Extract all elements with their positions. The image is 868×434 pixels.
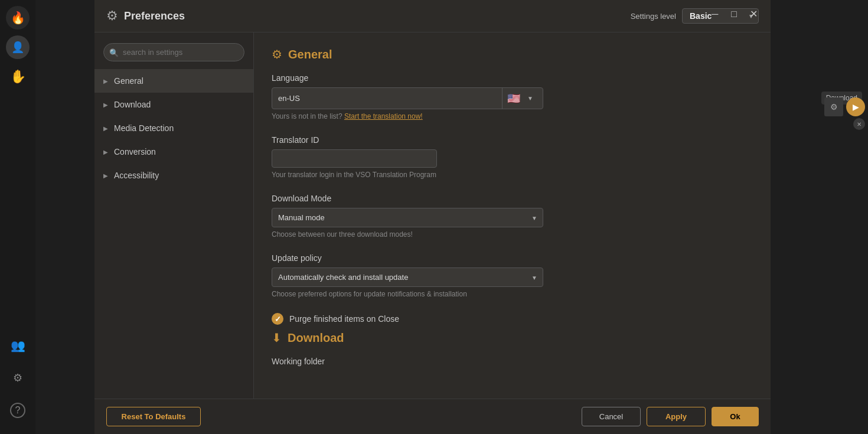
right-panel: Download ⚙ ▶ ✕ <box>771 0 868 434</box>
language-label: Language <box>272 73 753 83</box>
translator-id-input[interactable] <box>272 149 437 168</box>
download-mode-field-group: Download Mode Manual mode Automatic mode… <box>272 194 753 239</box>
sidebar-icon-user[interactable]: 👤 <box>6 35 30 59</box>
nav-item-accessibility[interactable]: ▶ Accessibility <box>94 164 253 187</box>
nav-arrow-general: ▶ <box>103 78 108 84</box>
right-icon-close-small[interactable]: ✕ <box>853 118 865 130</box>
nav-label-media-detection: Media Detection <box>114 123 174 133</box>
translator-id-label: Translator ID <box>272 135 753 145</box>
purge-checkbox-row: Purge finished items on Close <box>272 313 753 325</box>
flag-icon: 🇺🇸 ▼ <box>502 88 543 109</box>
search-input[interactable] <box>103 43 244 61</box>
sidebar-icon-group[interactable]: 👥 <box>6 334 30 357</box>
general-section-header: ⚙ General <box>272 47 753 61</box>
language-select-inner: en-US 🇺🇸 ▼ <box>272 87 543 109</box>
general-section-icon: ⚙ <box>272 47 282 61</box>
flag-emoji: 🇺🇸 <box>507 92 520 105</box>
nav-item-general[interactable]: ▶ General <box>94 69 253 93</box>
right-icon-play[interactable]: ▶ <box>846 97 865 116</box>
download-mode-hint: Choose between our three download modes! <box>272 230 753 239</box>
cancel-button[interactable]: Cancel <box>582 407 641 426</box>
download-mode-select[interactable]: Manual mode Automatic mode Semi-automati… <box>272 208 543 227</box>
purge-checkbox-label: Purge finished items on Close <box>289 314 399 324</box>
working-folder-field-group: Working folder <box>272 357 753 366</box>
language-field-group: Language en-US 🇺🇸 ▼ Yours is not in the … <box>272 73 753 120</box>
modal-title: Preferences <box>124 10 185 22</box>
preferences-gear-icon: ⚙ <box>106 8 118 24</box>
nav-label-conversion: Conversion <box>114 147 156 156</box>
nav-label-accessibility: Accessibility <box>114 171 159 180</box>
translator-id-hint: Your translator login in the VSO Transla… <box>272 171 753 179</box>
language-value: en-US <box>272 89 502 107</box>
translator-id-field-group: Translator ID Your translator login in t… <box>272 135 753 179</box>
language-hint: Yours is not in the list? Start the tran… <box>272 112 753 120</box>
app-background: 🔥 👤 ✋ 👥 ⚙ ? Download <box>0 0 868 434</box>
modal-header: ⚙ Preferences Settings level Basic Advan… <box>94 0 771 32</box>
footer-right-buttons: Cancel Apply Ok <box>582 407 759 426</box>
nav-label-download: Download <box>114 100 151 109</box>
update-policy-select[interactable]: Automatically check and install update C… <box>272 267 543 287</box>
working-folder-label: Working folder <box>272 357 753 366</box>
window-controls: ─ □ ✕ <box>710 7 759 21</box>
search-icon: 🔍 <box>109 48 119 57</box>
modal-footer: Reset To Defaults Cancel Apply Ok <box>94 399 771 434</box>
settings-level-label: Settings level <box>631 12 676 21</box>
download-section-title: Download <box>288 331 344 345</box>
language-select-wrapper: en-US 🇺🇸 ▼ <box>272 87 543 109</box>
ok-button[interactable]: Ok <box>712 407 759 426</box>
download-section-header: ⬇ Download <box>272 331 753 345</box>
preferences-modal: ⚙ Preferences Settings level Basic Advan… <box>94 0 771 434</box>
nav-label-general: General <box>114 76 143 86</box>
nav-arrow-conversion: ▶ <box>103 149 108 155</box>
close-button[interactable]: ✕ <box>749 7 759 21</box>
modal-title-area: ⚙ Preferences <box>106 8 185 24</box>
search-wrapper: 🔍 <box>103 43 244 61</box>
update-policy-hint: Choose preferred options for update noti… <box>272 290 753 298</box>
purge-checkbox[interactable] <box>272 313 283 325</box>
nav-arrow-download: ▶ <box>103 102 108 108</box>
sidebar-icon-hand[interactable]: ✋ <box>6 65 30 89</box>
content-area: ⚙ General Language en-US 🇺🇸 ▼ <box>254 32 771 399</box>
nav-arrow-media-detection: ▶ <box>103 125 108 132</box>
sidebar-icon-gear[interactable]: ⚙ <box>6 366 30 390</box>
translation-link[interactable]: Start the translation now! <box>344 112 423 120</box>
maximize-button[interactable]: □ <box>730 7 738 21</box>
general-section-title: General <box>288 48 332 61</box>
sidebar-icon-help[interactable]: ? <box>6 399 30 422</box>
nav-item-conversion[interactable]: ▶ Conversion <box>94 140 253 164</box>
nav-item-download[interactable]: ▶ Download <box>94 93 253 116</box>
download-mode-select-wrapper: Manual mode Automatic mode Semi-automati… <box>272 208 543 227</box>
sidebar-icon-fire[interactable]: 🔥 <box>6 6 30 30</box>
download-section-icon: ⬇ <box>272 331 282 345</box>
update-policy-field-group: Update policy Automatically check and in… <box>272 253 753 298</box>
update-policy-label: Update policy <box>272 253 753 263</box>
download-mode-label: Download Mode <box>272 194 753 203</box>
nav-item-media-detection[interactable]: ▶ Media Detection <box>94 116 253 140</box>
left-sidebar: 🔥 👤 ✋ 👥 ⚙ ? <box>0 0 35 434</box>
minimize-button[interactable]: ─ <box>710 7 719 21</box>
sidebar-bottom-icons: 👥 ⚙ ? <box>0 334 35 422</box>
right-icon-settings[interactable]: ⚙ <box>824 97 843 116</box>
apply-button[interactable]: Apply <box>647 407 706 426</box>
search-box-wrapper: 🔍 <box>94 38 253 66</box>
reset-defaults-button[interactable]: Reset To Defaults <box>106 407 201 426</box>
update-policy-select-wrapper: Automatically check and install update C… <box>272 267 543 287</box>
modal-body: 🔍 ▶ General ▶ Download ▶ Media Detection <box>94 32 771 399</box>
left-nav: 🔍 ▶ General ▶ Download ▶ Media Detection <box>94 32 254 399</box>
nav-arrow-accessibility: ▶ <box>103 172 108 179</box>
language-dropdown-btn[interactable]: ▼ <box>523 92 538 105</box>
